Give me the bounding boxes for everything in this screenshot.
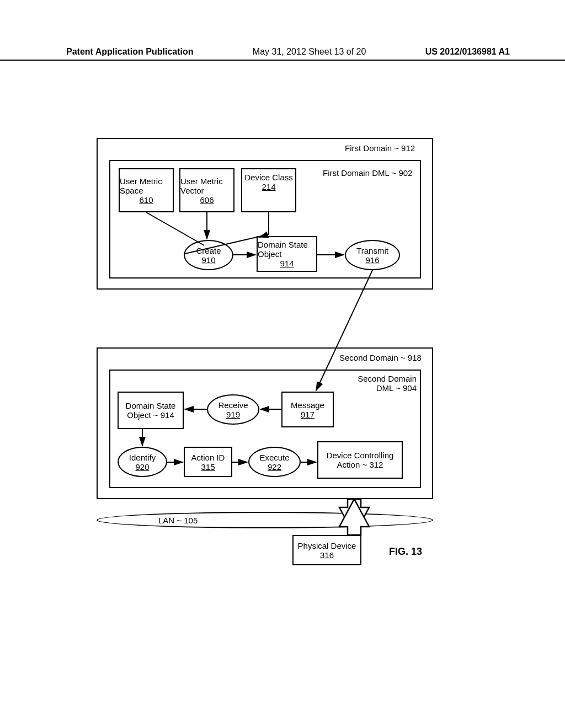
action-id-box: Action ID 315 — [184, 447, 232, 477]
user-metric-vector-box: User Metric Vector 606 — [179, 168, 234, 212]
create-ellipse: Create 910 — [184, 240, 233, 270]
dso2-title: Domain State Object ~ 914 — [119, 401, 183, 420]
user-metric-space-box: User Metric Space 610 — [119, 168, 174, 212]
physical-device-box: Physical Device 316 — [292, 535, 361, 565]
header-center: May 31, 2012 Sheet 13 of 20 — [253, 47, 366, 57]
dso1-ref: 914 — [280, 259, 294, 268]
dso1-title: Domain State Object — [258, 240, 316, 259]
create-title: Create — [196, 246, 221, 255]
create-ref: 910 — [201, 255, 215, 265]
ums-ref: 610 — [139, 195, 153, 205]
action-id-ref: 315 — [201, 462, 215, 472]
lan-title: LAN ~ 105 — [158, 516, 198, 525]
identify-ellipse: Identify 920 — [118, 447, 167, 477]
transmit-title: Transmit — [356, 246, 388, 255]
identify-ref: 920 — [135, 462, 149, 472]
identify-title: Identify — [129, 453, 156, 462]
action-id-title: Action ID — [191, 453, 225, 462]
device-class-box: Device Class 214 — [241, 168, 296, 212]
device-controlling-action-box: Device Controlling Action ~ 312 — [317, 441, 403, 479]
dc-ref: 214 — [262, 182, 275, 191]
umv-title: User Metric Vector — [180, 176, 233, 195]
first-domain-label: First Domain ~ 912 — [345, 143, 415, 153]
receive-ellipse: Receive 919 — [207, 394, 259, 425]
ums-title: User Metric Space — [120, 176, 173, 195]
page-header: Patent Application Publication May 31, 2… — [0, 47, 565, 61]
domain-state-object-1-box: Domain State Object 914 — [257, 236, 317, 272]
pd-ref: 316 — [320, 550, 334, 560]
umv-ref: 606 — [200, 195, 214, 205]
header-left: Patent Application Publication — [66, 47, 194, 57]
pd-title: Physical Device — [298, 541, 356, 550]
first-domain-dml-label: First Domain DML ~ 902 — [323, 168, 412, 178]
message-ref: 917 — [301, 410, 315, 419]
message-title: Message — [291, 400, 324, 410]
receive-title: Receive — [218, 400, 248, 410]
second-domain-dml-label: Second Domain DML ~ 904 — [350, 374, 417, 393]
figure-label: FIG. 13 — [389, 546, 422, 558]
domain-state-object-2-box: Domain State Object ~ 914 — [118, 392, 184, 429]
second-domain-label: Second Domain ~ 918 — [339, 353, 422, 362]
lan-ellipse: LAN ~ 105 — [97, 512, 433, 528]
dca-title: Device Controlling Action ~ 312 — [318, 451, 402, 469]
transmit-ref: 916 — [365, 255, 379, 265]
header-right: US 2012/0136981 A1 — [425, 47, 510, 57]
transmit-ellipse: Transmit 916 — [345, 240, 400, 270]
message-box: Message 917 — [281, 392, 334, 427]
execute-ellipse: Execute 922 — [248, 447, 301, 477]
dc-title: Device Class — [244, 173, 293, 182]
execute-ref: 922 — [268, 462, 281, 472]
receive-ref: 919 — [226, 410, 240, 419]
execute-title: Execute — [259, 453, 289, 462]
